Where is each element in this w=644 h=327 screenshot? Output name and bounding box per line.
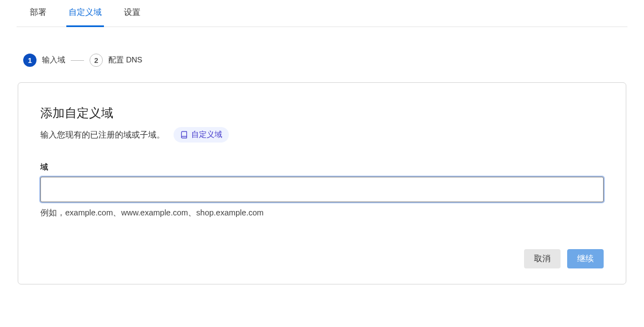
domain-label: 域 (40, 162, 604, 172)
docs-link-label: 自定义域 (191, 130, 222, 140)
add-domain-card: 添加自定义域 输入您现有的已注册的域或子域。 自定义域 域 例如，example… (18, 82, 626, 284)
tab-settings[interactable]: 设置 (122, 1, 143, 27)
tab-custom-domain[interactable]: 自定义域 (66, 1, 104, 27)
button-row: 取消 继续 (40, 249, 604, 268)
tabs-bar: 部署 自定义域 设置 (17, 0, 627, 27)
tab-deploy[interactable]: 部署 (28, 1, 49, 27)
domain-input[interactable] (40, 177, 604, 202)
step-1-circle: 1 (23, 54, 36, 67)
domain-help-text: 例如，example.com、www.example.com、shop.exam… (40, 208, 604, 218)
stepper: 1 输入域 2 配置 DNS (23, 54, 627, 67)
continue-button[interactable]: 继续 (567, 249, 604, 268)
card-title: 添加自定义域 (40, 105, 604, 122)
step-2-label: 配置 DNS (108, 55, 142, 65)
docs-link[interactable]: 自定义域 (174, 127, 229, 143)
card-description: 输入您现有的已注册的域或子域。 (40, 130, 165, 140)
step-connector (71, 60, 84, 61)
step-2-circle: 2 (90, 54, 103, 67)
domain-field: 域 例如，example.com、www.example.com、shop.ex… (40, 162, 604, 218)
book-icon (180, 131, 188, 139)
cancel-button[interactable]: 取消 (524, 249, 561, 268)
step-1-label: 输入域 (42, 55, 65, 65)
